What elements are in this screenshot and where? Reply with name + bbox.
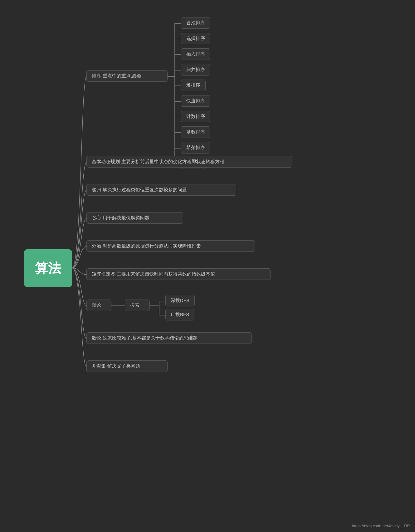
sort-child-6: 快速排序	[181, 95, 210, 107]
sort-child-5: 堆排序	[181, 80, 206, 91]
graph-child-dfs: 深搜DFS	[165, 295, 195, 306]
central-label: 算法	[35, 260, 61, 277]
sort-child-3: 插入排序	[181, 48, 210, 60]
recursion-node: 递归-解决执行过程类似但重复次数较多的问题	[86, 184, 236, 196]
sort-child-2: 选择排序	[181, 33, 210, 44]
sort-child-7: 计数排序	[181, 111, 210, 122]
sort-child-4: 归并排序	[181, 64, 210, 76]
graph-child-bfs: 广搜BFS	[165, 309, 194, 320]
search-parent-node: 搜索	[125, 300, 150, 311]
matrix-node: 矩阵快速幂-主要用来解决最快时间内获得某数的指数级幂值	[86, 268, 271, 280]
greedy-node: 贪心-用于解决最优解类问题	[86, 212, 183, 224]
watermark: https://blog.csdn.net/lovely__RR	[352, 524, 410, 528]
number-theory-node: 数论-这就比较难了,基本都是关于数学结论的思维题	[86, 332, 252, 344]
divide-node: 分治-对超高数量级的数据进行分割从而实现降维打击	[86, 240, 255, 252]
sort-child-9: 希尔排序	[181, 142, 210, 154]
graph-parent-node: 图论	[86, 300, 111, 311]
union-find-node: 并查集-解决父子类问题	[86, 360, 168, 372]
sort-child-1: 冒泡排序	[181, 17, 210, 29]
dp-node: 基本动态规划-主要分析前后量中状态的变化方程即状态转移方程	[86, 156, 292, 168]
sort-child-8: 基数排序	[181, 126, 210, 138]
mindmap: 算法 排序-重点中的重点,必会 冒泡排序 选择排序 插入排序 归并排序 堆排序 …	[0, 0, 415, 532]
central-node: 算法	[24, 249, 72, 287]
sort-parent-node: 排序-重点中的重点,必会	[86, 70, 168, 82]
